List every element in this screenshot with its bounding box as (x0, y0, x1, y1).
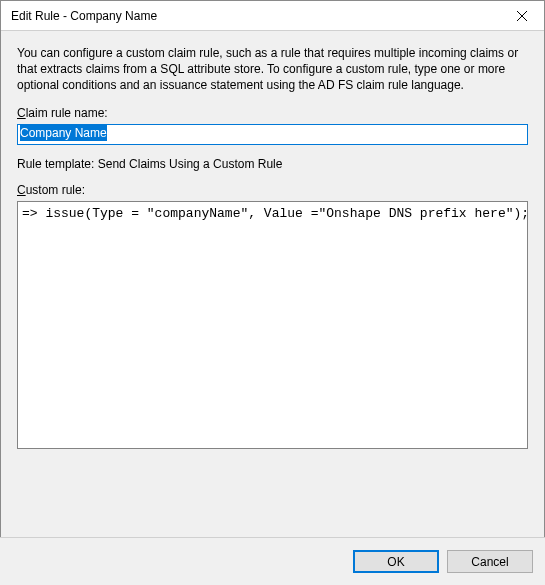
window-title: Edit Rule - Company Name (11, 9, 157, 23)
dialog-content: You can configure a custom claim rule, s… (1, 31, 544, 452)
intro-text: You can configure a custom claim rule, s… (17, 45, 528, 94)
cancel-button[interactable]: Cancel (447, 550, 533, 573)
close-button[interactable] (499, 1, 544, 31)
dialog-footer: OK Cancel (0, 537, 545, 585)
claim-rule-name-field-wrap: Company Name (17, 124, 528, 145)
claim-rule-name-label: Claim rule name: (17, 106, 528, 120)
ok-button[interactable]: OK (353, 550, 439, 573)
custom-rule-label: Custom rule: (17, 183, 528, 197)
title-bar: Edit Rule - Company Name (1, 1, 544, 31)
close-icon (517, 11, 527, 21)
claim-rule-name-field[interactable]: Company Name (18, 125, 527, 144)
custom-rule-wrap (17, 201, 528, 452)
rule-template-text: Rule template: Send Claims Using a Custo… (17, 157, 528, 171)
custom-rule-textarea[interactable] (17, 201, 528, 449)
